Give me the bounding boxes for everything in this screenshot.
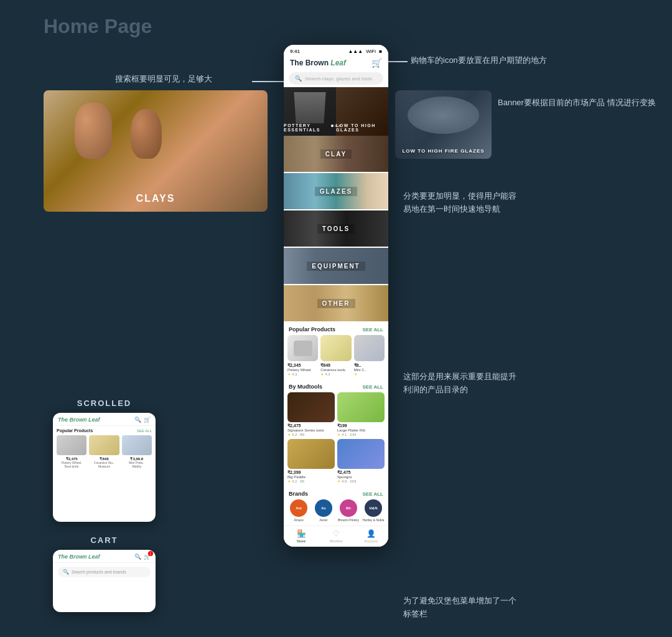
- product-card-wheel[interactable]: ₹2,345 Pottery Wheel ★4.3: [287, 335, 318, 376]
- brand-bhoomi[interactable]: Bh Bhoomi Pottery: [337, 499, 360, 522]
- cart-badge: 🛒: [144, 554, 151, 560]
- mini-product-tools: ₹849 Ceramics Stu.. Museum: [89, 435, 119, 468]
- mudtools-header: By Mudtools SEE ALL: [284, 380, 388, 392]
- nav-wishlist[interactable]: ♡ Wishlist: [319, 529, 353, 543]
- phone-search-bar[interactable]: 🔍 Search clays, glazes and tools: [289, 72, 383, 85]
- mini-phone: The Brown Leaf 🔍 🛒 Popular Products SEE …: [53, 413, 156, 522]
- popular-products-header: Popular Products SEE ALL: [284, 323, 388, 335]
- annotation-tabbar: 为了避免汉堡包菜单增加了一个标签栏: [403, 595, 516, 621]
- annotation-cart: 购物车的icon要放置在用户期望的地方: [411, 55, 547, 66]
- large-banner-label: LOW TO HIGH FIRE GLAZES: [402, 148, 484, 154]
- brand-axner[interactable]: Ax Axner: [312, 499, 335, 522]
- clay-image: CLAYS: [44, 90, 268, 212]
- annotation-banner: Banner要根据目前的市场产品 情况进行变换: [498, 97, 656, 110]
- popular-products-row: ₹2,345 Pottery Wheel ★4.3 ₹849 Ceramics …: [284, 335, 388, 380]
- mudtool-card-sponge[interactable]: ₹2,475 Spongos ★4.9 · 203: [337, 439, 385, 483]
- mini-search-icon: 🔍: [134, 417, 141, 423]
- search-icon-small: 🔍: [63, 569, 69, 575]
- mini-product-mini: ₹3,99.8 Mini Potte.. Mathly: [122, 435, 152, 468]
- brand-hartley[interactable]: H&N Hartley & Noble: [362, 499, 385, 522]
- mini-product-wheel: ₹2,475 Pottery Wheel. Best bmle: [57, 435, 86, 468]
- annotation-category: 分类要更加明显，使得用户能容易地在第一时间快速地导航: [403, 190, 516, 216]
- cart-section: CART The Brown Leaf 🔍 🛒 🔍 Search product…: [53, 536, 156, 612]
- brands-header: Brands SEE ALL: [284, 487, 388, 499]
- cart-label: CART: [53, 536, 156, 545]
- mini-search-bar: 🔍 Search products and brands: [58, 567, 151, 577]
- clay-label: CLAYS: [136, 193, 175, 204]
- phone-banner: POTTERY ESSENTIALS LOW TO HIGH GLAZES: [284, 87, 388, 136]
- main-phone: 9:41 ▲▲▲ WiFi ■ The Brown Leaf 🛒 🔍 Searc…: [284, 45, 388, 547]
- annotation-popular: 这部分是用来展示重要且能提升利润的产品目录的: [403, 370, 516, 397]
- banner-left: POTTERY ESSENTIALS: [284, 87, 336, 136]
- scrolled-label: SCROLLED: [53, 399, 156, 408]
- mudtool-card-sig[interactable]: ₹2,475 Signature Series tools ★4.2 · 89: [287, 392, 335, 436]
- category-glazes[interactable]: GLAZES: [284, 173, 388, 209]
- category-other[interactable]: OTHER: [284, 285, 388, 321]
- phone-status-bar: 9:41 ▲▲▲ WiFi ■: [284, 45, 388, 57]
- search-icon: 🔍: [295, 75, 302, 82]
- cart-header-icon[interactable]: 🛒: [371, 58, 382, 68]
- account-icon: 👤: [366, 529, 376, 538]
- brand-header: The Brown Leaf 🛒: [284, 57, 388, 70]
- mini-cart-phone: The Brown Leaf 🔍 🛒 🔍 Search products and…: [53, 550, 156, 612]
- mudtool-card-rib[interactable]: ₹199 Large Platter Rib ★4.1 · 234: [337, 392, 385, 436]
- category-clay[interactable]: CLAY: [284, 136, 388, 172]
- mini-products-row: ₹2,475 Pottery Wheel. Best bmle ₹849 Cer…: [57, 435, 152, 468]
- brands-row: Am Amaco Ax Axner Bh Bhoomi Pottery H&N …: [284, 499, 388, 526]
- nav-store[interactable]: 🏪 Store: [284, 529, 319, 543]
- bottom-nav: 🏪 Store ♡ Wishlist 👤 Account: [284, 526, 388, 547]
- product-card-ceramics[interactable]: ₹849 Ceramics tools ★4.3: [320, 335, 351, 376]
- category-equipment[interactable]: EQUIPMENT: [284, 248, 388, 284]
- large-banner-right: LOW TO HIGH FIRE GLAZES: [395, 90, 492, 159]
- annotation-search: 搜索框要明显可见，足够大: [115, 73, 212, 85]
- product-card-mini[interactable]: ₹8.. Mini C.. ★: [354, 335, 385, 376]
- banner-right: LOW TO HIGH GLAZES: [336, 87, 388, 136]
- brand-name: The Brown Leaf: [290, 59, 346, 67]
- mudtool-card-paddle[interactable]: ₹2,399 Big Paddle ★4.2 · 66: [287, 439, 335, 483]
- store-icon: 🏪: [297, 529, 306, 538]
- wishlist-icon: ♡: [333, 529, 340, 538]
- mini-search-icon-cart: 🔍: [134, 554, 141, 560]
- brand-amaco[interactable]: Am Amaco: [287, 499, 310, 522]
- cart-icon: 🛒: [144, 554, 151, 560]
- category-tools[interactable]: TOOLS: [284, 210, 388, 247]
- mini-phone-logo: The Brown Leaf: [58, 417, 100, 423]
- mudtools-products: ₹2,475 Signature Series tools ★4.2 · 89 …: [284, 392, 388, 487]
- banner-dots: [331, 125, 341, 127]
- signal-icon: ▲▲▲: [348, 49, 363, 54]
- mini-cart-icon: 🛒: [144, 417, 151, 423]
- page-title: Home Page: [44, 15, 152, 38]
- product-img-wheel: [287, 335, 318, 361]
- product-img-ceramics: [320, 335, 351, 361]
- mini-phone-header: The Brown Leaf 🔍 🛒: [53, 413, 156, 426]
- battery-icon: ■: [379, 49, 382, 54]
- wifi-icon: WiFi: [366, 49, 376, 54]
- nav-account[interactable]: 👤 Account: [353, 529, 388, 543]
- scrolled-section: SCROLLED The Brown Leaf 🔍 🛒 Popular Prod…: [53, 399, 156, 522]
- product-img-mini: [354, 335, 385, 361]
- mini-cart-logo: The Brown Leaf: [58, 554, 100, 560]
